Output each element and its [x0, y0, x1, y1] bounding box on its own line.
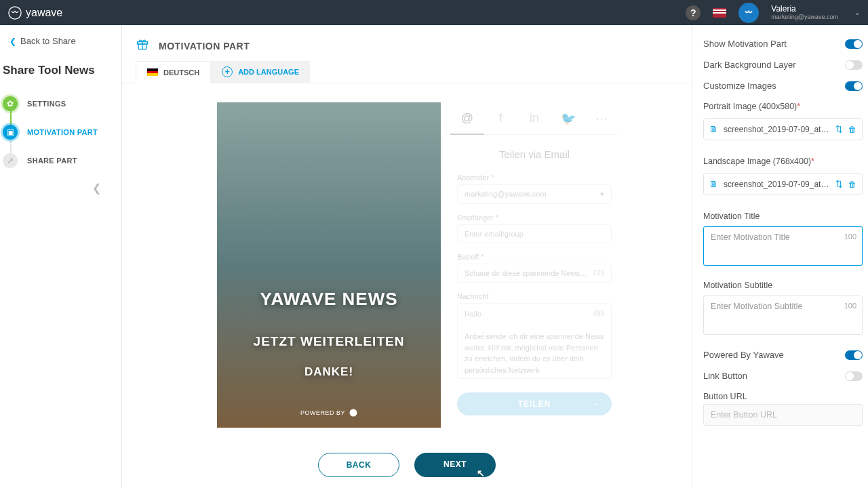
step-settings[interactable]: ✿ SETTINGS	[3, 89, 121, 118]
sidebar: ❮ Back to Share Share Tool News ✿ SETTIN…	[0, 25, 122, 488]
gift-icon: ▣	[3, 125, 18, 140]
toggle-show-motivation[interactable]	[845, 39, 863, 49]
arrow-right-icon: →	[592, 399, 601, 409]
preview-title: YAWAVE NEWS	[260, 289, 397, 310]
motivation-subtitle-input[interactable]: Enter Motivation Subtitle 100	[703, 296, 863, 335]
email-heading: Teilen via Email	[450, 135, 618, 171]
brand-name: yawave	[26, 7, 62, 19]
user-name: Valeria	[771, 4, 838, 14]
step-motivation-part[interactable]: ▣ MOTIVATION PART	[3, 118, 121, 146]
avatar[interactable]	[738, 3, 759, 23]
file-icon: 🗎	[709, 124, 718, 134]
file-icon: 🗎	[709, 179, 718, 189]
next-button[interactable]: NEXT ↖	[414, 453, 496, 477]
replace-icon[interactable]: ⇅	[835, 179, 843, 189]
sidebar-title: Share Tool News	[0, 57, 121, 89]
linkedin-icon[interactable]: in	[517, 102, 551, 135]
user-info[interactable]: Valeria marketing@yawave.com	[771, 4, 838, 21]
sender-select[interactable]: marketing@yawave.com▾	[457, 184, 612, 204]
share-icon: ↗	[3, 153, 18, 168]
settings-panel: Show Motivation Part Dark Background Lay…	[692, 25, 868, 488]
message-textarea[interactable]: Hallo499 Anbei sende ich dir eine spanne…	[457, 303, 612, 379]
facebook-icon[interactable]: f	[484, 102, 518, 135]
motivation-title-input[interactable]: Enter Motivation Title 100	[703, 226, 863, 266]
button-url-input[interactable]: Enter Button URL	[703, 404, 863, 426]
tab-deutsch[interactable]: DEUTSCH	[136, 61, 211, 83]
help-icon[interactable]: ?	[686, 5, 701, 20]
back-to-share-link[interactable]: ❮ Back to Share	[0, 25, 121, 57]
cursor-icon: ↖	[477, 468, 486, 479]
tab-add-language[interactable]: + ADD LANGUAGE	[211, 61, 310, 83]
portrait-preview: YAWAVE NEWS JETZT WEITERLEITEN DANKE! PO…	[217, 102, 441, 428]
brand-logo[interactable]: yawave	[8, 6, 62, 20]
subject-input[interactable]: Schaue dir diese spannende News… 220	[457, 264, 612, 283]
replace-icon[interactable]: ⇅	[835, 124, 843, 134]
svg-point-4	[350, 409, 357, 417]
back-button[interactable]: BACK	[318, 453, 399, 477]
toggle-dark-bg[interactable]	[845, 60, 863, 70]
user-email: marketing@yawave.com	[771, 14, 838, 21]
topbar: yawave ? Valeria marketing@yawave.com ⌄	[0, 0, 868, 25]
collapse-sidebar[interactable]: ❮	[0, 175, 121, 201]
toggle-customize-images[interactable]	[845, 81, 863, 91]
portrait-image-file[interactable]: 🗎 screenshot_2019-07-09_at_1… ⇅ 🗑	[703, 118, 863, 140]
more-icon[interactable]: ⋯	[585, 102, 618, 135]
recipient-input[interactable]: Enter email/group	[457, 224, 612, 243]
gift-icon	[136, 37, 149, 54]
powered-by: POWERED BY	[300, 409, 357, 417]
trash-icon[interactable]: 🗑	[848, 180, 856, 189]
landscape-image-file[interactable]: 🗎 screenshot_2019-07-09_at_1… ⇅ 🗑	[703, 173, 863, 195]
page-title: MOTIVATION PART	[159, 41, 250, 52]
chevron-down-icon[interactable]: ⌄	[854, 9, 860, 16]
toggle-powered-by[interactable]	[845, 350, 863, 360]
twitter-icon[interactable]: 🐦	[551, 102, 585, 135]
email-share-panel: @ f in 🐦 ⋯ Teilen via Email Absender * m…	[450, 102, 618, 428]
gear-icon: ✿	[3, 96, 18, 111]
svg-point-0	[9, 6, 21, 18]
email-icon[interactable]: @	[450, 102, 484, 135]
share-button[interactable]: TEILEN →	[457, 392, 612, 415]
plus-icon: +	[222, 66, 233, 77]
locale-flag[interactable]	[713, 8, 726, 18]
step-share-part[interactable]: ↗ SHARE PART	[3, 146, 121, 175]
chevron-left-icon: ❮	[9, 37, 16, 46]
preview-subtitle: JETZT WEITERLEITEN	[254, 334, 405, 349]
de-flag-icon	[147, 68, 158, 76]
trash-icon[interactable]: 🗑	[848, 125, 856, 134]
preview-thanks: DANKE!	[304, 365, 353, 379]
toggle-link-button[interactable]	[845, 371, 863, 381]
